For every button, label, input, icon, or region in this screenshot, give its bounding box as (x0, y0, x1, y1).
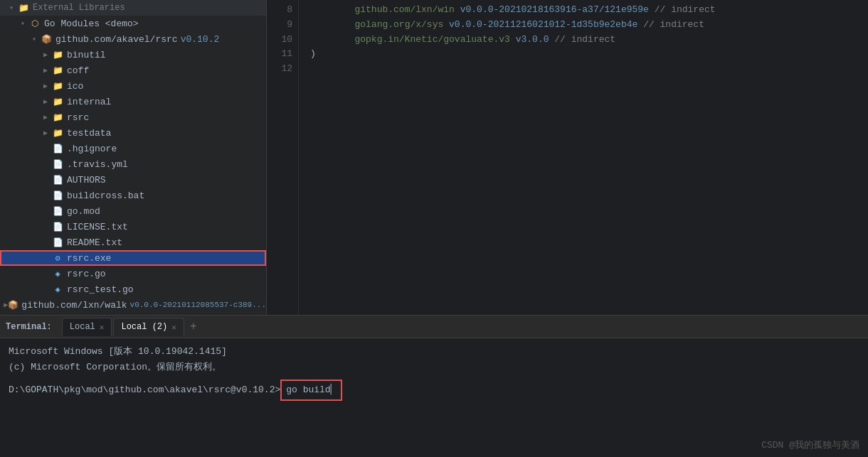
tree-label: binutil (67, 50, 106, 60)
folder-icon: 📁 (51, 97, 64, 107)
expand-arrow: ▶ (40, 97, 51, 106)
expand-arrow: ▾ (17, 19, 28, 28)
terminal-line-1: Microsoft Windows [版本 10.0.19042.1415] (9, 344, 859, 360)
tree-file-readme[interactable]: 📄 README.txt (0, 235, 266, 250)
tree-file-rsrc-go[interactable]: ◈ rsrc.go (0, 266, 266, 281)
expand-arrow: ▶ (40, 50, 51, 59)
file-icon: 📄 (51, 159, 64, 170)
tree-label: rsrc (67, 112, 89, 123)
tab-local[interactable]: Local ✕ (62, 318, 112, 336)
tree-label: External Libraries (33, 3, 125, 13)
tree-file-hgignore[interactable]: 📄 .hgignore (0, 141, 266, 156)
tree-label: coff (67, 65, 89, 76)
tree-package-walk[interactable]: ▶ 📦 github.com/lxn/walk v0.0.0-202101120… (0, 297, 266, 313)
tree-label: github.com/lxn/walk (21, 300, 127, 311)
tree-label: rsrc.go (67, 269, 106, 279)
tree-label: rsrc_test.go (67, 284, 134, 295)
package-icon: 📦 (40, 34, 53, 45)
terminal-label: Terminal: (6, 322, 52, 332)
line-numbers: 8 9 10 11 12 (267, 0, 299, 315)
terminal-tabs-bar: Terminal: Local ✕ Local (2) ✕ + (0, 316, 868, 338)
tree-label: .travis.yml (67, 159, 128, 170)
folder-icon: 📁 (51, 50, 64, 60)
command-highlight-box: go build▏ (280, 380, 342, 401)
cursor: ▏ (331, 385, 337, 395)
tree-label: .hgignore (67, 144, 117, 154)
tree-file-travis[interactable]: 📄 .travis.yml (0, 156, 266, 172)
editor: 8 9 10 11 12 github.com/lxn/win v0.0.0-2… (267, 0, 868, 315)
tab-close-local2[interactable]: ✕ (171, 323, 176, 332)
tree-label: AUTHORS (67, 175, 106, 186)
tree-file-rsrc-exe[interactable]: ⚙ rsrc.exe (0, 250, 266, 266)
tab-close-local[interactable]: ✕ (100, 323, 105, 332)
folder-icon: 📁 (51, 128, 64, 139)
folder-icon: 📁 (51, 112, 64, 123)
tree-label: Go Modules <demo> (44, 18, 139, 29)
tree-file-buildcross[interactable]: 📄 buildcross.bat (0, 188, 266, 203)
file-icon: 📄 (51, 144, 64, 154)
module-icon: ⬡ (28, 18, 41, 29)
tab-local-2[interactable]: Local (2) ✕ (113, 318, 184, 336)
code-line-12 (310, 62, 868, 77)
terminal: Terminal: Local ✕ Local (2) ✕ + Microsof… (0, 315, 868, 457)
expand-arrow: ▶ (40, 129, 51, 137)
tree-file-rsrc-test[interactable]: ◈ rsrc_test.go (0, 281, 266, 297)
terminal-prompt: D:\GOPATH\pkg\mod\github.com\akavel\rsrc… (9, 380, 859, 401)
file-icon: 📄 (51, 237, 64, 248)
folder-icon: 📁 (51, 81, 64, 92)
tree-folder-ico[interactable]: ▶ 📁 ico (0, 78, 266, 94)
file-icon: 📄 (51, 222, 64, 232)
prompt-command: go build (286, 385, 330, 395)
tree-file-license[interactable]: 📄 LICENSE.txt (0, 219, 266, 235)
code-editor[interactable]: github.com/lxn/win v0.0.0-20210218163916… (299, 0, 868, 315)
file-tree: ▾ 📁 External Libraries ▾ ⬡ Go Modules <d… (0, 0, 267, 315)
folder-icon: 📁 (51, 65, 64, 76)
prompt-path: D:\GOPATH\pkg\mod\github.com\akavel\rsrc… (9, 382, 280, 398)
expand-arrow: ▶ (40, 113, 51, 122)
file-icon: 📄 (51, 190, 64, 201)
tree-label: go.mod (67, 206, 100, 217)
tree-label: testdata (67, 128, 111, 139)
terminal-body: Microsoft Windows [版本 10.0.19042.1415] (… (0, 338, 868, 457)
tree-label: github.com/akavel/rsrc (55, 34, 178, 45)
expand-arrow: ▶ (40, 82, 51, 90)
add-tab-button[interactable]: + (186, 319, 201, 335)
tree-package-akavel[interactable]: ▾ 📦 github.com/akavel/rsrc v0.10.2 (0, 31, 266, 47)
tree-go-modules[interactable]: ▾ ⬡ Go Modules <demo> (0, 16, 266, 31)
tree-folder-binutil[interactable]: ▶ 📁 binutil (0, 47, 266, 63)
tree-folder-internal[interactable]: ▶ 📁 internal (0, 94, 266, 109)
file-icon: 📄 (51, 175, 64, 186)
folder-icon: 📁 (17, 3, 30, 14)
tree-label: internal (67, 97, 111, 107)
tree-folder-testdata[interactable]: ▶ 📁 testdata (0, 125, 266, 141)
terminal-line-2: (c) Microsoft Corporation。保留所有权利。 (9, 360, 859, 375)
tree-root-external-libraries[interactable]: ▾ 📁 External Libraries (0, 0, 266, 16)
tree-version: v0.10.2 (181, 34, 220, 45)
expand-arrow: ▶ (40, 66, 51, 75)
tree-label: LICENSE.txt (67, 222, 128, 232)
file-icon: 📄 (51, 206, 64, 217)
tree-label: ico (67, 81, 83, 92)
exe-icon: ⚙ (51, 253, 64, 264)
tab-label: Local (70, 322, 95, 332)
tree-file-gomod[interactable]: 📄 go.mod (0, 203, 266, 219)
code-line-11: ) (310, 47, 868, 62)
tree-file-authors[interactable]: 📄 AUTHORS (0, 172, 266, 188)
expand-arrow: ▾ (6, 4, 17, 12)
package-icon: 📦 (8, 300, 18, 311)
code-line-10: gopkg.in/Knetic/govaluate.v3 v3.0.0 // i… (310, 33, 868, 48)
tree-label: rsrc.exe (67, 253, 111, 264)
go-test-icon: ◈ (51, 284, 64, 295)
tree-folder-coff[interactable]: ▶ 📁 coff (0, 63, 266, 78)
expand-arrow: ▾ (28, 35, 40, 43)
tree-version: v0.0.0-20210112085537-c389... (130, 301, 266, 309)
tree-label: buildcross.bat (67, 190, 144, 201)
code-line-8: github.com/lxn/win v0.0.0-20210218163916… (310, 3, 868, 18)
go-file-icon: ◈ (51, 269, 64, 279)
tree-folder-rsrc[interactable]: ▶ 📁 rsrc (0, 109, 266, 125)
tree-label: README.txt (67, 237, 122, 248)
tab-label: Local (2) (121, 322, 167, 332)
code-line-9: golang.org/x/sys v0.0.0-20211216021012-1… (310, 18, 868, 33)
tree-package-win[interactable]: ▶ 📦 github.com/lxn/win v0.0.0-2021021816… (0, 313, 266, 315)
watermark: CSDN @我的孤独与美酒 (761, 439, 859, 451)
